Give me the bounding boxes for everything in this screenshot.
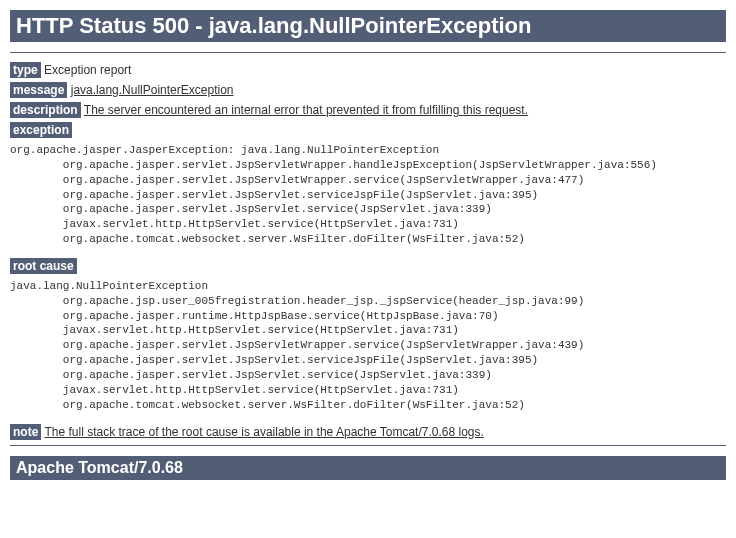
exception-heading-row: exception	[10, 123, 726, 137]
root-cause-heading-row: root cause	[10, 259, 726, 273]
type-value: Exception report	[44, 63, 131, 77]
description-label: description	[10, 102, 81, 118]
root-cause-label: root cause	[10, 258, 77, 274]
note-label: note	[10, 424, 41, 440]
message-value: java.lang.NullPointerException	[71, 83, 234, 97]
exception-label: exception	[10, 122, 72, 138]
divider	[10, 52, 726, 53]
message-label: message	[10, 82, 67, 98]
server-footer: Apache Tomcat/7.0.68	[10, 456, 726, 480]
type-label: type	[10, 62, 41, 78]
type-row: type Exception report	[10, 63, 726, 77]
root-cause-trace: java.lang.NullPointerException org.apach…	[10, 279, 726, 413]
exception-trace: org.apache.jasper.JasperException: java.…	[10, 143, 726, 247]
note-row: note The full stack trace of the root ca…	[10, 425, 726, 439]
description-row: description The server encountered an in…	[10, 103, 726, 117]
message-row: message java.lang.NullPointerException	[10, 83, 726, 97]
description-value: The server encountered an internal error…	[84, 103, 528, 117]
divider	[10, 445, 726, 446]
note-value: The full stack trace of the root cause i…	[44, 425, 483, 439]
page-title: HTTP Status 500 - java.lang.NullPointerE…	[10, 10, 726, 42]
